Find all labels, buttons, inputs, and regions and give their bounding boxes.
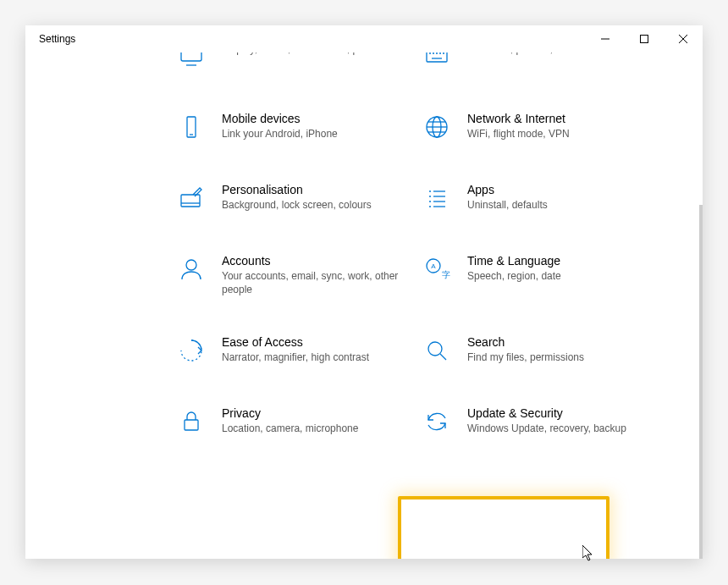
category-desc: Display, sound, notifications, power bbox=[222, 52, 380, 56]
category-desc: Location, camera, microphone bbox=[222, 422, 358, 435]
person-icon bbox=[174, 252, 208, 286]
category-desc: Bluetooth, printers, mouse bbox=[467, 52, 586, 56]
category-desc: Windows Update, recovery, backup bbox=[467, 422, 626, 435]
category-update[interactable]: Update & Security Windows Update, recove… bbox=[420, 405, 665, 439]
category-title: Personalisation bbox=[222, 183, 372, 196]
list-icon bbox=[420, 181, 454, 215]
svg-rect-36 bbox=[185, 420, 198, 430]
category-mobile[interactable]: Mobile devices Link your Android, iPhone bbox=[174, 110, 420, 144]
settings-window: Settings Display, sound, notificati bbox=[25, 25, 703, 559]
category-search[interactable]: Search Find my files, permissions bbox=[420, 334, 665, 367]
language-icon: A字 bbox=[420, 252, 454, 286]
window-title: Settings bbox=[39, 33, 586, 45]
close-button[interactable] bbox=[664, 25, 703, 52]
category-title: Ease of Access bbox=[222, 335, 369, 349]
category-devices[interactable]: Bluetooth, printers, mouse bbox=[420, 52, 665, 73]
category-personalisation[interactable]: Personalisation Background, lock screen,… bbox=[174, 181, 420, 215]
search-icon bbox=[420, 334, 454, 367]
svg-text:字: 字 bbox=[442, 270, 450, 279]
svg-rect-20 bbox=[181, 195, 200, 207]
settings-grid: Display, sound, notifications, power Blu… bbox=[25, 52, 703, 439]
titlebar: Settings bbox=[25, 25, 703, 52]
highlight-box bbox=[398, 496, 609, 559]
category-desc: Speech, region, date bbox=[467, 269, 561, 283]
svg-point-30 bbox=[186, 260, 196, 270]
content-area: Display, sound, notifications, power Blu… bbox=[25, 52, 703, 559]
category-title: Mobile devices bbox=[222, 112, 338, 125]
svg-line-35 bbox=[440, 354, 446, 360]
svg-point-34 bbox=[428, 342, 442, 356]
phone-icon bbox=[174, 110, 208, 144]
ease-icon bbox=[174, 334, 208, 367]
category-system[interactable]: Display, sound, notifications, power bbox=[174, 52, 420, 73]
globe-icon bbox=[420, 110, 454, 144]
category-ease[interactable]: Ease of Access Narrator, magnifier, high… bbox=[174, 334, 420, 367]
category-desc: Find my files, permissions bbox=[467, 350, 584, 364]
window-controls bbox=[586, 25, 703, 52]
maximize-icon bbox=[640, 35, 648, 43]
maximize-button[interactable] bbox=[625, 25, 664, 52]
minimize-icon bbox=[601, 35, 609, 43]
svg-text:A: A bbox=[431, 262, 436, 270]
category-desc: Link your Android, iPhone bbox=[222, 127, 338, 141]
category-time[interactable]: A字 Time & Language Speech, region, date bbox=[420, 252, 665, 296]
category-title: Accounts bbox=[222, 254, 403, 268]
display-icon bbox=[174, 52, 208, 73]
category-accounts[interactable]: Accounts Your accounts, email, sync, wor… bbox=[174, 252, 420, 296]
close-icon bbox=[679, 35, 687, 43]
category-desc: Narrator, magnifier, high contrast bbox=[222, 350, 369, 364]
category-title: Update & Security bbox=[467, 406, 626, 420]
scrollbar[interactable] bbox=[699, 205, 703, 559]
category-apps[interactable]: Apps Uninstall, defaults bbox=[420, 181, 665, 215]
lock-icon bbox=[174, 405, 208, 439]
category-title: Privacy bbox=[222, 406, 358, 420]
category-desc: Your accounts, email, sync, work, other … bbox=[222, 269, 403, 296]
sync-icon bbox=[420, 405, 454, 439]
category-title: Search bbox=[467, 335, 584, 349]
keyboard-icon bbox=[420, 52, 454, 73]
category-title: Time & Language bbox=[467, 254, 561, 268]
category-title: Network & Internet bbox=[467, 112, 570, 125]
category-desc: Background, lock screen, colours bbox=[222, 198, 372, 212]
category-desc: Uninstall, defaults bbox=[467, 198, 548, 212]
category-network[interactable]: Network & Internet WiFi, flight mode, VP… bbox=[420, 110, 665, 144]
category-title: Apps bbox=[467, 183, 548, 196]
category-desc: WiFi, flight mode, VPN bbox=[467, 127, 570, 141]
category-privacy[interactable]: Privacy Location, camera, microphone bbox=[174, 405, 420, 439]
svg-rect-1 bbox=[641, 36, 648, 43]
svg-rect-4 bbox=[181, 52, 201, 61]
minimize-button[interactable] bbox=[586, 25, 625, 52]
paint-icon bbox=[174, 181, 208, 215]
